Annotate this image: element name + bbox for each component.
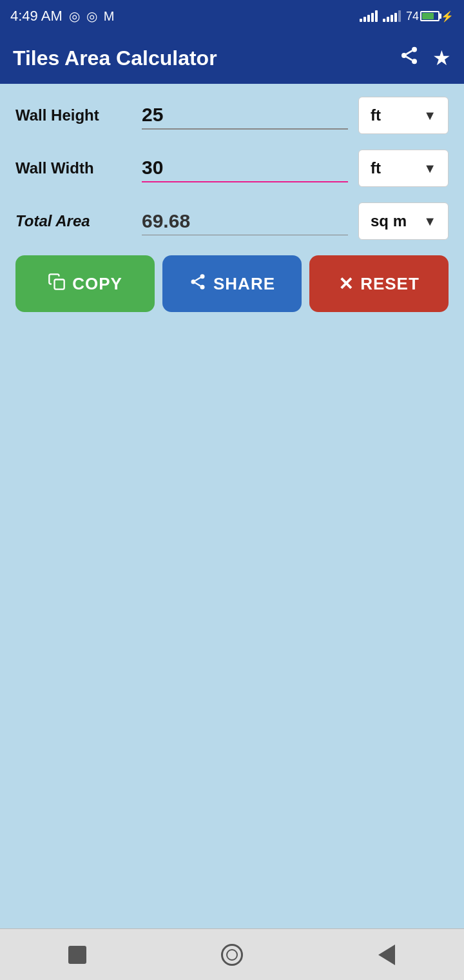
svg-line-10 (195, 277, 200, 280)
bottom-nav (0, 928, 464, 980)
signal-bars-1 (360, 10, 378, 22)
battery-percent: 74 (406, 10, 419, 23)
total-area-label: Total Area (15, 212, 131, 230)
battery-fill (422, 13, 434, 19)
favorite-icon[interactable]: ★ (432, 46, 451, 70)
wall-width-label: Wall Width (15, 159, 131, 177)
battery-indicator: 74 ⚡ (406, 10, 454, 23)
wall-width-input[interactable] (142, 154, 348, 182)
total-area-unit-value: sq m (371, 212, 407, 230)
circle-icon: ◎ (69, 8, 80, 24)
svg-point-2 (412, 59, 417, 64)
copy-button[interactable]: COPY (15, 255, 155, 312)
battery-box (420, 11, 440, 21)
status-left: 4:49 AM ◎ ◎ M (10, 8, 114, 24)
reset-button-label: RESET (360, 274, 420, 294)
svg-point-8 (200, 284, 204, 289)
wall-height-label: Wall Height (15, 106, 131, 124)
status-time: 4:49 AM (10, 8, 63, 24)
nav-recents-button[interactable] (61, 939, 93, 971)
reset-button[interactable]: ✕ RESET (309, 255, 449, 312)
wall-height-input[interactable] (142, 101, 348, 130)
total-area-unit-dropdown[interactable]: sq m ▼ (358, 202, 449, 240)
share-button[interactable]: SHARE (162, 255, 302, 312)
svg-line-9 (195, 282, 200, 286)
svg-point-6 (200, 274, 204, 279)
share-btn-icon (189, 273, 207, 295)
svg-point-1 (401, 53, 407, 58)
app-bar: Tiles Area Calculator ★ (0, 32, 464, 84)
total-area-row: Total Area sq m ▼ (15, 202, 449, 240)
wall-width-row: Wall Width ft ▼ (15, 150, 449, 187)
svg-line-3 (406, 57, 412, 60)
share-icon[interactable] (399, 45, 420, 71)
wall-height-row: Wall Height ft ▼ (15, 97, 449, 134)
bolt-icon: ⚡ (441, 10, 454, 23)
wall-height-unit-dropdown[interactable]: ft ▼ (358, 97, 449, 134)
nav-home-button[interactable] (216, 939, 248, 971)
chevron-down-icon: ▼ (423, 108, 436, 123)
mail-icon: M (104, 9, 115, 24)
wall-width-unit-dropdown[interactable]: ft ▼ (358, 150, 449, 187)
copy-button-label: COPY (72, 274, 122, 294)
nav-back-button[interactable] (371, 939, 403, 971)
action-buttons-row: COPY SHARE ✕ RESET (15, 255, 449, 312)
svg-line-4 (406, 51, 412, 54)
recents-icon (68, 946, 86, 964)
main-content: Wall Height ft ▼ Wall Width ft ▼ Total A… (0, 84, 464, 928)
close-icon: ✕ (338, 273, 354, 295)
svg-point-0 (412, 47, 417, 52)
copy-icon (48, 273, 66, 295)
chevron-down-icon-2: ▼ (423, 161, 436, 176)
total-area-value (142, 208, 348, 235)
signal-bars-2 (383, 10, 401, 22)
wall-height-unit-value: ft (371, 106, 381, 124)
status-right: 74 ⚡ (360, 10, 454, 23)
back-icon (378, 945, 395, 965)
app-title: Tiles Area Calculator (13, 46, 217, 70)
svg-point-7 (191, 279, 195, 284)
chevron-down-icon-3: ▼ (423, 214, 436, 229)
app-bar-actions: ★ (399, 45, 451, 71)
svg-rect-5 (55, 279, 64, 289)
circle2-icon: ◎ (86, 8, 97, 24)
home-icon (221, 944, 243, 966)
wall-width-unit-value: ft (371, 159, 381, 177)
status-bar: 4:49 AM ◎ ◎ M 74 ⚡ (0, 0, 464, 32)
share-button-label: SHARE (213, 274, 275, 294)
